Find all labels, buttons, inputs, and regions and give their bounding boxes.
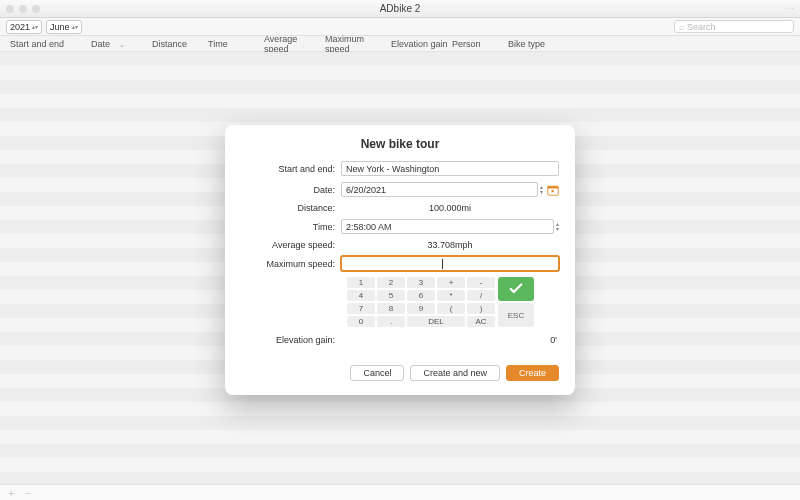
svg-rect-1 [548,186,559,188]
status-bar: + − [0,484,800,500]
search-placeholder: Search [687,22,716,32]
elev-gain-value: 0' [341,335,559,345]
key-7[interactable]: 7 [347,303,375,314]
key-2[interactable]: 2 [377,277,405,288]
minimize-icon[interactable] [19,5,27,13]
col-max-speed[interactable]: Maximum speed [325,34,390,54]
svg-rect-2 [552,190,554,192]
col-elev-gain[interactable]: Elevation gain [391,39,451,49]
time-stepper[interactable]: ▴▾ [556,222,559,232]
key-0[interactable]: 0 [347,316,375,327]
key-mul[interactable]: * [437,290,465,301]
avg-speed-value: 33.708mph [341,240,559,250]
label-start-end: Start and end: [241,164,341,174]
distance-value: 100.000mi [341,203,559,213]
remove-icon[interactable]: − [24,487,30,499]
key-8[interactable]: 8 [377,303,405,314]
close-icon[interactable] [6,5,14,13]
month-select[interactable]: June ▴▾ [46,20,82,34]
window-title: ADbike 2 [380,3,421,14]
col-date[interactable]: Date ⌄ [91,39,151,49]
key-ac[interactable]: AC [467,316,495,327]
zoom-icon[interactable] [32,5,40,13]
label-distance: Distance: [241,203,341,213]
key-del[interactable]: DEL [407,316,465,327]
check-icon [507,280,525,298]
key-esc[interactable]: ESC [498,303,534,327]
key-1[interactable]: 1 [347,277,375,288]
key-confirm[interactable] [498,277,534,301]
key-plus[interactable]: + [437,277,465,288]
label-date: Date: [241,185,341,195]
label-avg-speed: Average speed: [241,240,341,250]
toolbar: 2021 ▴▾ June ▴▾ ⌕ Search [0,18,800,36]
traffic-lights [6,5,40,13]
date-stepper[interactable]: ▴▾ [540,185,543,195]
add-icon[interactable]: + [8,487,14,499]
label-time: Time: [241,222,341,232]
time-input[interactable]: 2:58:00 AM [341,219,554,234]
col-distance[interactable]: Distance [152,39,207,49]
col-person[interactable]: Person [452,39,507,49]
key-dot[interactable]: . [377,316,405,327]
col-avg-speed[interactable]: Average speed [264,34,324,54]
key-3[interactable]: 3 [407,277,435,288]
key-6[interactable]: 6 [407,290,435,301]
year-value: 2021 [10,22,30,32]
key-rparen[interactable]: ) [467,303,495,314]
col-bike-type[interactable]: Bike type [508,39,563,49]
create-and-new-button[interactable]: Create and new [410,365,500,381]
col-time[interactable]: Time [208,39,263,49]
key-div[interactable]: / [467,290,495,301]
new-tour-dialog: New bike tour Start and end: New York - … [225,125,575,395]
sort-desc-icon: ⌄ [119,41,125,48]
share-icon[interactable]: ⋯ [784,3,794,14]
key-4[interactable]: 4 [347,290,375,301]
window-titlebar: ADbike 2 ⋯ [0,0,800,18]
key-minus[interactable]: - [467,277,495,288]
stepper-icon: ▴▾ [32,25,38,29]
key-5[interactable]: 5 [377,290,405,301]
key-lparen[interactable]: ( [437,303,465,314]
key-9[interactable]: 9 [407,303,435,314]
search-icon: ⌕ [679,22,684,32]
search-input[interactable]: ⌕ Search [674,20,794,33]
calendar-icon[interactable] [547,184,559,196]
start-end-input[interactable]: New York - Washington [341,161,559,176]
date-input[interactable]: 6/20/2021 [341,182,538,197]
max-speed-input[interactable] [341,256,559,271]
numeric-keypad: 1 2 3 + - 4 5 6 * / 7 8 9 ( ) 0 . DEL AC… [347,277,559,327]
cancel-button[interactable]: Cancel [350,365,404,381]
year-select[interactable]: 2021 ▴▾ [6,20,42,34]
month-value: June [50,22,70,32]
col-start-end[interactable]: Start and end [10,39,90,49]
dialog-title: New bike tour [241,137,559,151]
table-header: Start and end Date ⌄ Distance Time Avera… [0,36,800,52]
create-button[interactable]: Create [506,365,559,381]
label-max-speed: Maximum speed: [241,259,341,269]
label-elev-gain: Elevation gain: [241,335,341,345]
stepper-icon: ▴▾ [72,25,78,29]
